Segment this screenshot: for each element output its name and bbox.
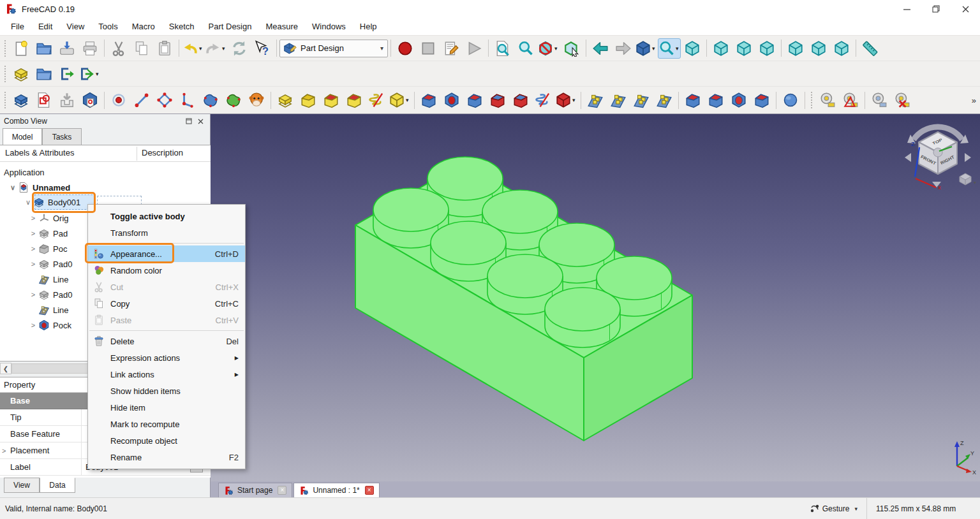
menu-item-random-color[interactable]: Random color	[88, 262, 245, 279]
datum-point-button[interactable]	[107, 90, 130, 110]
thickness-button[interactable]	[750, 90, 773, 110]
expander-icon[interactable]: >	[28, 291, 38, 298]
subtractive-loft-button[interactable]	[486, 90, 509, 110]
expander-icon[interactable]: ∨	[23, 198, 33, 207]
create-group-button[interactable]	[33, 64, 56, 84]
menu-item-rename[interactable]: RenameF2	[88, 449, 245, 465]
fillet-button[interactable]	[681, 90, 704, 110]
cut-button[interactable]	[107, 38, 130, 59]
pan-left-arrow-icon[interactable]	[905, 153, 911, 162]
navcube-menu-button[interactable]: ▾	[960, 173, 976, 186]
measure-refresh-button[interactable]	[868, 90, 891, 110]
menu-part-design[interactable]: Part Design	[202, 19, 259, 34]
mdi-tab-start-page[interactable]: Start page×	[218, 483, 292, 497]
paste-button[interactable]	[153, 38, 176, 59]
menu-help[interactable]: Help	[353, 19, 384, 34]
edit-sketch-button[interactable]	[56, 90, 78, 110]
menu-item-transform[interactable]: Transform	[88, 224, 245, 241]
view-top-button[interactable]	[732, 38, 755, 59]
refresh-button[interactable]	[228, 38, 251, 59]
mirrored-button[interactable]	[584, 90, 607, 110]
additive-loft-button[interactable]	[320, 90, 343, 110]
close-tab-icon[interactable]: ×	[278, 486, 286, 495]
toolbar-grip[interactable]	[4, 65, 7, 83]
tab-model[interactable]: Model	[3, 128, 42, 145]
restore-button[interactable]	[921, 0, 951, 18]
measure-angular-button[interactable]	[839, 90, 862, 110]
navigation-cube[interactable]: TOP FRONT RIGHT Z x ▾	[898, 118, 977, 189]
create-part-button[interactable]	[10, 64, 33, 84]
create-body-button[interactable]	[10, 90, 33, 110]
menu-sketch[interactable]: Sketch	[162, 19, 202, 34]
clipping-plane-button[interactable]: ▾	[537, 38, 560, 59]
redo-button[interactable]: ▾	[205, 38, 228, 59]
toolbar-grip[interactable]	[810, 91, 813, 109]
expander-icon[interactable]: >	[28, 214, 38, 222]
menu-tools[interactable]: Tools	[91, 19, 124, 34]
pad-button[interactable]	[274, 90, 297, 110]
scroll-left-button[interactable]: ❮	[0, 363, 11, 374]
polar-pattern-button[interactable]	[630, 90, 653, 110]
mdi-tab-unnamed-1[interactable]: Unnamed : 1*×	[293, 483, 379, 497]
tree-item-application[interactable]: Application	[0, 164, 211, 180]
view-rear-button[interactable]	[784, 38, 807, 59]
nav-forward-button[interactable]	[612, 38, 635, 59]
subtractive-helix-button[interactable]	[532, 90, 555, 110]
expander-icon[interactable]: >	[28, 260, 38, 268]
menu-item-show-hidden-items[interactable]: Show hidden items	[88, 383, 245, 399]
close-panel-button[interactable]	[195, 116, 206, 126]
local-coordinate-system-button[interactable]	[176, 90, 199, 110]
toolbar-grip[interactable]	[4, 40, 7, 57]
menu-item-link-actions[interactable]: Link actions▶	[88, 366, 245, 383]
shape-binder-button[interactable]	[199, 90, 222, 110]
navigation-style-selector[interactable]: Gesture ▾	[803, 498, 866, 519]
toolbar-grip[interactable]	[4, 91, 7, 109]
menu-item-copy[interactable]: CopyCtrl+C	[88, 295, 245, 312]
draft-button[interactable]	[727, 90, 750, 110]
expander-icon[interactable]: ∨	[8, 184, 18, 192]
measure-clear-button[interactable]	[891, 90, 914, 110]
additive-primitive-button[interactable]: ▾	[389, 90, 412, 110]
chamfer-button[interactable]	[704, 90, 727, 110]
linear-pattern-button[interactable]	[607, 90, 630, 110]
view-bottom-button[interactable]	[807, 38, 830, 59]
menu-item-mark-to-recompute[interactable]: Mark to recompute	[88, 416, 245, 432]
close-tab-icon[interactable]: ×	[365, 486, 374, 495]
subtractive-pipe-button[interactable]	[509, 90, 532, 110]
macro-play-button[interactable]	[463, 38, 486, 59]
whats-this-button[interactable]	[251, 38, 274, 59]
workbench-selector[interactable]: Part Design▾	[279, 40, 388, 57]
groove-button[interactable]	[463, 90, 486, 110]
box-selection-button[interactable]	[560, 38, 583, 59]
datum-line-button[interactable]	[130, 90, 153, 110]
view-left-button[interactable]	[830, 38, 853, 59]
hole-button[interactable]	[440, 90, 463, 110]
boolean-operation-button[interactable]	[779, 90, 802, 110]
revolution-button[interactable]	[297, 90, 320, 110]
nav-back-button[interactable]	[589, 38, 612, 59]
create-sketch-button[interactable]	[33, 90, 56, 110]
pan-right-arrow-icon[interactable]	[965, 153, 971, 162]
menu-edit[interactable]: Edit	[31, 19, 59, 34]
view-right-button[interactable]	[755, 38, 778, 59]
menu-item-hide-item[interactable]: Hide item	[88, 399, 245, 416]
tree-item-unnamed-document[interactable]: ∨ Unnamed	[0, 180, 211, 195]
print-button[interactable]	[78, 38, 101, 59]
copy-button[interactable]	[130, 38, 153, 59]
multi-trans-button[interactable]	[653, 90, 676, 110]
sub-shape-binder-button[interactable]	[222, 90, 245, 110]
zoom-box-button[interactable]	[514, 38, 537, 59]
menu-file[interactable]: File	[4, 19, 31, 34]
measure-distance-button[interactable]	[859, 38, 882, 59]
macro-edit-button[interactable]	[440, 38, 463, 59]
expander-icon[interactable]: >	[28, 321, 38, 329]
draw-style-button[interactable]: ▾	[658, 38, 681, 59]
float-panel-button[interactable]	[183, 116, 195, 126]
menu-item-paste[interactable]: PasteCtrl+V	[88, 312, 245, 328]
menu-item-delete[interactable]: DeleteDel	[88, 333, 245, 349]
clone-button[interactable]	[245, 90, 268, 110]
map-sketch-to-face-button[interactable]	[78, 90, 101, 110]
3d-viewport[interactable]: TOP FRONT RIGHT Z x ▾ Z Y X	[211, 113, 980, 481]
save-document-button[interactable]	[56, 38, 78, 59]
menu-windows[interactable]: Windows	[305, 19, 353, 34]
